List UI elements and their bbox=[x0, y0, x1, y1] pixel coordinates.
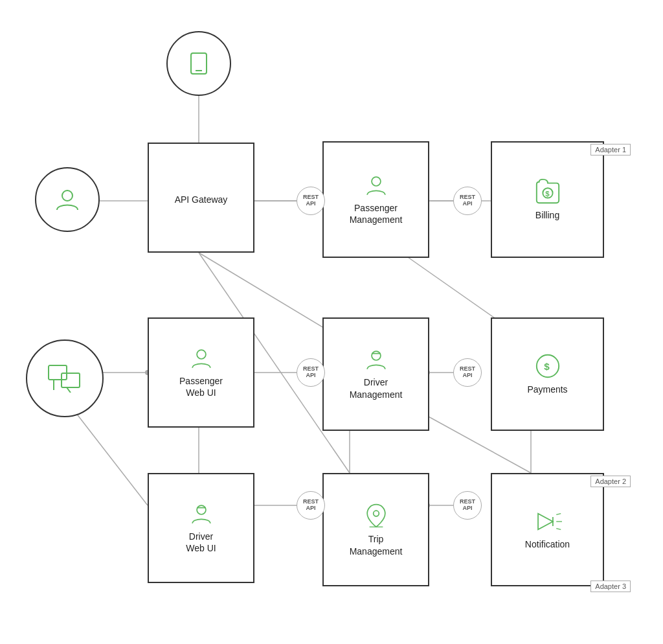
driver-webui-box: DriverWeb UI bbox=[148, 473, 254, 583]
svg-line-33 bbox=[67, 387, 71, 393]
user-node bbox=[35, 167, 100, 232]
trip-management-box: TripManagement bbox=[322, 473, 429, 586]
adapter-1-label: Adapter 1 bbox=[590, 144, 631, 155]
rest-api-badge-1: RESTAPI bbox=[297, 187, 325, 215]
mobile-node bbox=[166, 31, 231, 96]
rest-api-badge-3: RESTAPI bbox=[297, 358, 325, 387]
rest-api-badge-6: RESTAPI bbox=[453, 491, 482, 520]
rest-api-badge-5: RESTAPI bbox=[297, 491, 325, 520]
svg-marker-46 bbox=[538, 514, 553, 530]
architecture-diagram: API Gateway PassengerManagement $ Billin… bbox=[0, 0, 663, 644]
payments-box: $ Payments bbox=[491, 317, 604, 431]
passenger-webui-label: PassengerWeb UI bbox=[179, 375, 223, 398]
svg-point-34 bbox=[372, 177, 381, 186]
svg-point-44 bbox=[373, 511, 379, 517]
passenger-webui-box: PassengerWeb UI bbox=[148, 317, 254, 428]
svg-text:$: $ bbox=[545, 190, 550, 198]
desktop-node bbox=[26, 339, 104, 417]
api-gateway-label: API Gateway bbox=[175, 194, 228, 205]
billing-box: $ Billing bbox=[491, 141, 604, 258]
svg-point-37 bbox=[197, 350, 206, 359]
adapter-2-label: Adapter 2 bbox=[590, 476, 631, 487]
notification-label: Notification bbox=[525, 538, 570, 550]
svg-point-29 bbox=[62, 190, 73, 201]
trip-management-label: TripManagement bbox=[350, 533, 403, 557]
api-gateway-box: API Gateway bbox=[148, 143, 254, 253]
svg-text:$: $ bbox=[544, 361, 550, 372]
svg-line-48 bbox=[556, 514, 561, 515]
svg-point-38 bbox=[372, 351, 381, 360]
notification-box: Notification bbox=[491, 473, 604, 586]
billing-label: Billing bbox=[535, 209, 559, 221]
passenger-management-box: PassengerManagement bbox=[322, 141, 429, 258]
adapter-3-label: Adapter 3 bbox=[590, 581, 631, 592]
svg-line-50 bbox=[556, 529, 561, 530]
rest-api-badge-2: RESTAPI bbox=[453, 187, 482, 215]
driver-webui-label: DriverWeb UI bbox=[186, 531, 216, 554]
passenger-management-label: PassengerManagement bbox=[350, 202, 403, 225]
rest-api-badge-4: RESTAPI bbox=[453, 358, 482, 387]
driver-management-label: DriverManagement bbox=[350, 376, 403, 400]
svg-point-42 bbox=[197, 505, 206, 514]
driver-management-box: DriverManagement bbox=[322, 317, 429, 431]
payments-label: Payments bbox=[527, 384, 567, 395]
